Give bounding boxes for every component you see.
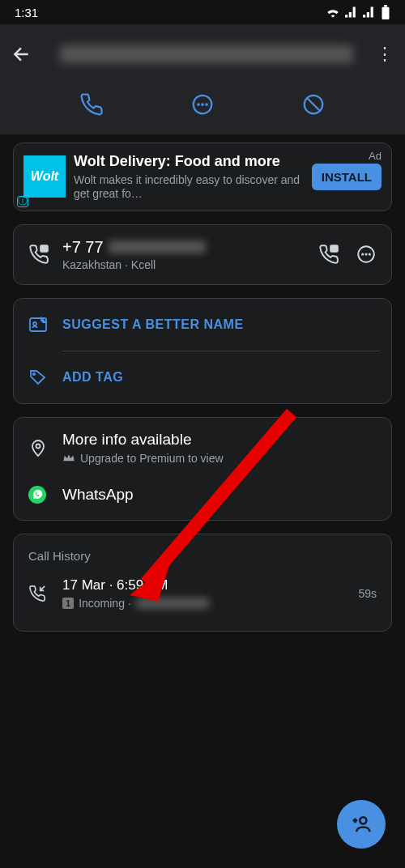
call-number-redacted [136,598,209,609]
svg-point-13 [362,253,363,254]
svg-line-7 [308,99,320,111]
more-info-row[interactable]: More info available Upgrade to Premium t… [14,418,391,478]
svg-point-15 [369,253,370,254]
svg-point-14 [365,253,366,254]
ad-info-icon[interactable]: ⓘ [17,196,28,207]
arrow-left-icon [11,44,32,65]
chat-icon [356,244,377,265]
location-icon [28,438,48,457]
add-person-icon [350,813,373,836]
signal-icon [345,6,358,18]
svg-point-19 [36,444,40,448]
svg-point-18 [33,372,35,374]
sim-badge: 1 [62,598,74,609]
svg-point-20 [360,817,366,823]
ad-description: Wolt makes it incredibly easy to discove… [74,173,304,201]
call-history-item[interactable]: 17 Mar · 6:59 PM 1 Incoming · 59s [14,566,391,621]
svg-rect-1 [384,5,387,7]
call-sim2-button[interactable]: 2 [318,244,339,265]
phone-card: 1 +7 77 Kazakhstan · Kcell 2 [13,224,392,285]
ad-logo: Wolt [23,155,66,198]
suggest-card: SUGGEST A BETTER NAME ADD TAG [13,298,392,404]
more-info-sub: Upgrade to Premium to view [80,452,224,465]
block-button[interactable] [301,92,326,117]
more-info-title: More info available [62,431,377,449]
status-time: 1:31 [15,6,38,19]
whatsapp-label: WhatsApp [62,486,134,504]
phone-sim2-icon: 2 [318,244,339,265]
add-tag-label: ADD TAG [62,370,123,385]
suggest-name-button[interactable]: SUGGEST A BETTER NAME [14,299,391,351]
status-icons [326,5,390,19]
phone-number-row[interactable]: +7 77 Kazakhstan · Kcell [62,238,318,271]
add-tag-button[interactable]: ADD TAG [14,351,391,403]
wifi-icon [326,6,340,18]
svg-point-5 [206,104,207,105]
sms-button[interactable] [356,244,377,265]
call-button[interactable] [79,92,104,117]
tag-icon [28,368,48,387]
ad-badge: Ad [369,150,382,162]
svg-point-4 [202,104,203,105]
svg-rect-0 [382,7,390,19]
message-button[interactable] [190,92,215,117]
phone-number: +7 77 [62,238,104,257]
block-icon [301,92,326,117]
ad-title: Wolt Delivery: Food and more [74,153,304,170]
phone-sim-icon: 1 [28,244,49,265]
whatsapp-row[interactable]: WhatsApp [14,478,391,520]
edit-contact-icon [28,315,48,334]
svg-point-3 [198,104,199,105]
call-type: Incoming · [79,597,131,610]
phone-carrier: Kazakhstan · Kcell [62,258,318,271]
contact-name-redacted [60,45,353,63]
call-timestamp: 17 Mar · 6:59 PM [62,577,358,594]
header: ⋮ [0,24,405,134]
phone-icon [79,92,104,117]
overflow-menu-button[interactable]: ⋮ [369,44,394,65]
svg-point-17 [33,322,36,326]
incoming-call-icon [28,585,46,602]
status-bar: 1:31 [0,0,405,24]
call-duration: 59s [358,587,377,600]
crown-icon [62,453,75,464]
svg-text:2: 2 [333,245,336,251]
add-contact-fab[interactable] [337,800,386,849]
suggest-name-label: SUGGEST A BETTER NAME [62,317,244,332]
message-icon [190,92,215,117]
install-button[interactable]: INSTALL [312,164,382,190]
info-card: More info available Upgrade to Premium t… [13,417,392,521]
signal2-icon [363,6,376,18]
ad-card[interactable]: Wolt Wolt Delivery: Food and more Wolt m… [13,143,392,211]
svg-text:1: 1 [43,245,46,251]
back-button[interactable] [11,44,44,65]
phone-number-redacted [109,240,206,253]
call-history-title: Call History [14,534,391,566]
battery-icon [381,5,390,19]
whatsapp-icon [28,486,46,504]
call-history-card: Call History 17 Mar · 6:59 PM 1 Incoming… [13,534,392,632]
